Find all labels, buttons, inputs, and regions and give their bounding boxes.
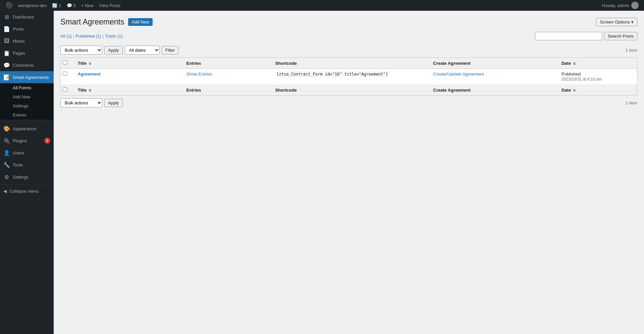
apply-top-button[interactable]: Apply	[104, 46, 123, 54]
submenu-add-new[interactable]: Add New	[0, 92, 54, 101]
sidebar-item-pages[interactable]: 📋 Pages	[0, 47, 54, 59]
footer-th-date[interactable]: Date ⇅	[558, 85, 637, 96]
search-input[interactable]	[535, 32, 602, 40]
separator: |	[101, 34, 105, 39]
tools-icon: 🔧	[3, 162, 10, 168]
filter-links: All (1) | Published (1) | Trash (1)	[60, 34, 123, 39]
wp-logo-button[interactable]: ⚫	[3, 0, 15, 11]
sidebar-item-label: Plugins	[13, 138, 42, 143]
sidebar-item-comments[interactable]: 💬 Comments	[0, 59, 54, 71]
th-entries-label: Entries	[186, 61, 201, 66]
site-name-button[interactable]: wordpress-dev	[15, 0, 49, 11]
table-body: Agreement Show Entries [ztsa_Contract_Fo…	[61, 69, 637, 85]
sidebar-item-users[interactable]: 👤 Users	[0, 147, 54, 159]
th-title-label: Title	[78, 61, 87, 66]
sidebar-item-smart-agreements[interactable]: 📝 Smart Agreements	[0, 71, 54, 83]
sidebar-item-tools[interactable]: 🔧 Tools	[0, 159, 54, 171]
footer-th-title[interactable]: Title ⇅	[74, 85, 183, 96]
screen-options-button[interactable]: Screen Options ▾	[596, 18, 637, 26]
date-value: 2023/10/31 at 6:10 am	[561, 77, 602, 82]
date-sort-icon: ⇅	[573, 62, 576, 65]
table-footer-row: Title ⇅ Entries Shortcode Create Agreeme…	[61, 85, 637, 96]
row-checkbox[interactable]	[63, 71, 67, 76]
filter-link-published[interactable]: Published (1)	[75, 34, 101, 39]
sidebar-item-appearance[interactable]: 🎨 Appearance	[0, 123, 54, 135]
select-all-footer-checkbox[interactable]	[63, 87, 67, 92]
footer-th-entries: Entries	[183, 85, 272, 96]
footer-check-column	[61, 85, 74, 96]
updates-button[interactable]: 🔄 1	[49, 0, 64, 11]
item-count-bottom: 1 item	[626, 100, 637, 105]
footer-th-shortcode-label: Shortcode	[275, 88, 297, 93]
settings-icon: ⚙	[3, 174, 10, 180]
page-title-area: Smart Agreements Add New	[60, 17, 153, 27]
new-content-label: + New	[81, 3, 94, 8]
footer-th-create: Create Agreement	[430, 85, 558, 96]
filter-link-all[interactable]: All (1)	[60, 34, 72, 39]
sidebar-item-dashboard[interactable]: ⊞ Dashboard	[0, 11, 54, 23]
row-title-link[interactable]: Agreement	[78, 71, 101, 77]
dates-select[interactable]: All dates	[125, 46, 160, 55]
footer-th-create-label: Create Agreement	[433, 88, 471, 93]
page-header: Smart Agreements Add New Screen Options …	[60, 17, 637, 27]
collapse-menu-label: Collapse menu	[9, 189, 39, 194]
footer-th-date-label: Date	[561, 88, 571, 93]
table-header-row: Title ⇅ Entries Shortcode Create Agreeme…	[61, 58, 637, 69]
row-date-cell: Published 2023/10/31 at 6:10 am	[558, 69, 637, 85]
submenu-all-forms[interactable]: All Forms	[0, 83, 54, 92]
updates-icon: 🔄	[52, 3, 57, 8]
select-all-checkbox[interactable]	[63, 60, 67, 65]
sidebar-item-plugins[interactable]: 🔌 Plugins 1	[0, 135, 54, 147]
sidebar-item-settings[interactable]: ⚙ Settings	[0, 171, 54, 183]
row-entries-cell: Show Entries	[183, 69, 272, 85]
submenu-entries[interactable]: Entries	[0, 110, 54, 120]
search-area: Search Posts	[535, 32, 637, 40]
row-checkbox-cell	[61, 69, 74, 85]
item-count-top: 1 item	[626, 48, 637, 53]
select-all-column	[61, 58, 74, 69]
footer-date-sort-icon: ⇅	[573, 89, 576, 92]
shortcode-value: [ztsa_Contract_Form id="16" title="Agree…	[275, 71, 389, 77]
comments-icon: 💬	[67, 3, 72, 8]
screen-options-chevron-icon: ▾	[631, 19, 634, 25]
sidebar-item-media[interactable]: 🖼 Media	[0, 35, 54, 47]
sidebar: ⊞ Dashboard 📄 Posts 🖼 Media 📋 Pages 💬 Co…	[0, 11, 54, 334]
th-create-agreement: Create Agreement	[430, 58, 558, 69]
collapse-menu-button[interactable]: ◀ Collapse menu	[0, 186, 54, 196]
smart-agreements-icon: 📝	[3, 74, 10, 81]
sidebar-item-label: Users	[13, 150, 50, 155]
filter-button[interactable]: Filter	[162, 46, 179, 54]
plugins-badge: 1	[44, 138, 50, 144]
add-new-button[interactable]: Add New	[128, 18, 153, 26]
show-entries-link[interactable]: Show Entries	[186, 71, 212, 77]
comments-count: 0	[73, 3, 76, 8]
dashboard-icon: ⊞	[3, 14, 10, 20]
sidebar-item-label: Comments	[13, 63, 50, 68]
sidebar-item-label: Appearance	[13, 126, 50, 131]
comments-button[interactable]: 💬 0	[64, 0, 78, 11]
screen-options-label: Screen Options	[600, 19, 630, 25]
wp-logo-icon: ⚫	[5, 2, 13, 9]
bulk-actions-bottom-select[interactable]: Bulk actions	[60, 98, 102, 107]
filter-link-trash[interactable]: Trash (1)	[105, 34, 122, 39]
new-content-button[interactable]: + New	[78, 0, 96, 11]
sidebar-item-posts[interactable]: 📄 Posts	[0, 23, 54, 35]
th-date[interactable]: Date ⇅	[558, 58, 637, 69]
view-posts-button[interactable]: View Posts	[96, 0, 123, 11]
footer-th-shortcode: Shortcode	[272, 85, 430, 96]
th-date-label: Date	[561, 61, 571, 66]
row-title-cell: Agreement	[74, 69, 183, 85]
sidebar-item-label: Dashboard	[13, 14, 50, 19]
th-title[interactable]: Title ⇅	[74, 58, 183, 69]
view-posts-label: View Posts	[99, 3, 120, 8]
bulk-actions-top-select[interactable]: Bulk actions	[60, 46, 102, 55]
submenu-settings[interactable]: Settings	[0, 101, 54, 110]
top-filter-row: Bulk actions Apply All dates Filter 1 it…	[60, 46, 637, 55]
apply-bottom-button[interactable]: Apply	[104, 99, 123, 107]
howdy-area: Howdy, admin	[599, 2, 641, 9]
search-posts-button[interactable]: Search Posts	[604, 32, 637, 40]
row-create-cell: Create/Update Agreement	[430, 69, 558, 85]
create-update-agreement-link[interactable]: Create/Update Agreement	[433, 71, 484, 77]
th-shortcode-label: Shortcode	[275, 61, 297, 66]
th-entries: Entries	[183, 58, 272, 69]
